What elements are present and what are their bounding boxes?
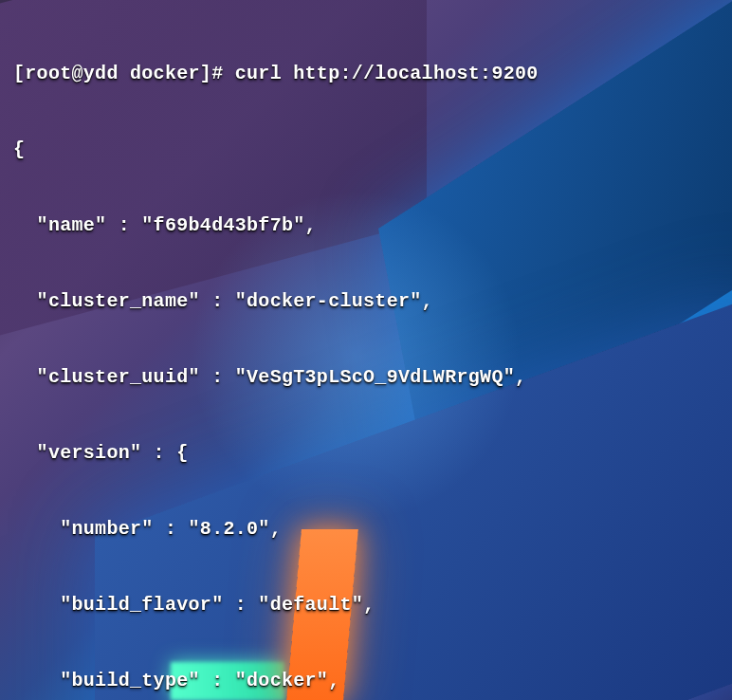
json-open-brace: { [13,131,719,169]
shell-prompt: [root@ydd docker]# [13,63,235,84]
json-build-flavor-field: "build_flavor" : "default", [13,586,719,624]
command-line: [root@ydd docker]# curl http://localhost… [13,55,719,93]
json-name-field: "name" : "f69b4d43bf7b", [13,207,719,245]
json-build-type-field: "build_type" : "docker", [13,662,719,700]
terminal-output: [root@ydd docker]# curl http://localhost… [0,0,732,700]
json-cluster-uuid-field: "cluster_uuid" : "VeSgT3pLScO_9VdLWRrgWQ… [13,359,719,396]
shell-command: curl http://localhost:9200 [235,63,539,84]
json-version-open: "version" : { [13,434,719,472]
json-cluster-name-field: "cluster_name" : "docker-cluster", [13,283,719,321]
json-number-field: "number" : "8.2.0", [13,510,719,548]
